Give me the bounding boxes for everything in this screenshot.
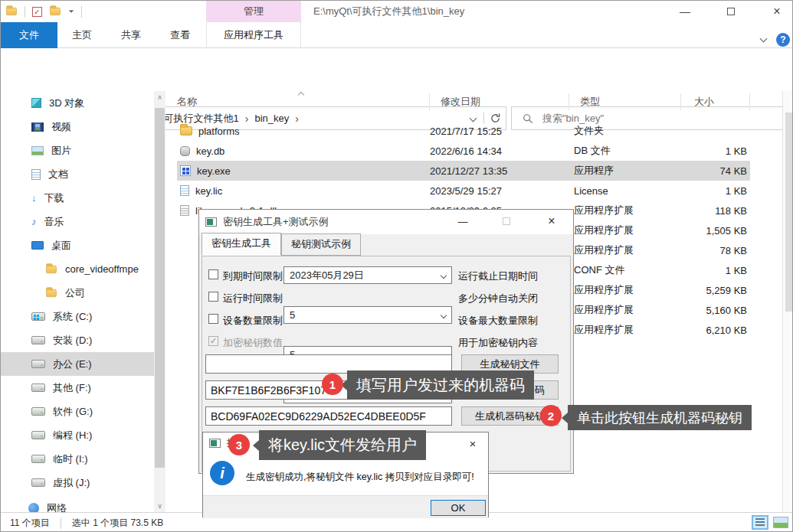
view-switcher	[752, 515, 788, 530]
thumbnail-view-icon[interactable]	[773, 517, 788, 528]
file-type: License	[569, 185, 681, 197]
scroll-up-icon[interactable]: ∧	[154, 91, 165, 103]
info-icon: i	[210, 461, 234, 485]
sidebar-item-3d-objects[interactable]: 3D 对象	[1, 91, 154, 115]
properties-icon[interactable]: ✓	[32, 7, 42, 17]
address-row: ← → ↑ « myQt › 可执行文件其他1 › bin_key › 搜索"b…	[1, 48, 793, 86]
tab-file[interactable]: 文件	[1, 22, 57, 48]
app-icon	[209, 439, 221, 448]
file-name: key.exe	[197, 165, 231, 177]
minimize-button[interactable]: —	[669, 1, 701, 22]
file-type: 应用程序扩展	[569, 204, 681, 217]
manage-contextual-label[interactable]: 管理	[206, 1, 301, 22]
close-button[interactable]: ×	[761, 1, 793, 22]
sidebar-item-drive-f[interactable]: 其他 (F:)	[1, 376, 154, 400]
desktop-icon	[31, 241, 44, 250]
sidebar-item-core-video[interactable]: core_videoffmpe	[1, 257, 154, 281]
expiry-date-combobox[interactable]: 2023年05月29日	[283, 266, 452, 284]
tab-key-test[interactable]: 秘钥测试示例	[281, 233, 361, 256]
sidebar-label: 公司	[65, 286, 85, 300]
file-size: 78 KB	[681, 245, 750, 256]
drive-icon	[31, 336, 45, 344]
file-date: 2021/12/27 13:35	[430, 165, 569, 177]
sidebar-item-drive-e[interactable]: 办公 (E:)	[1, 352, 154, 376]
dll-file-icon	[180, 205, 189, 216]
device-limit-checkbox[interactable]	[208, 314, 218, 324]
dialog-close-button[interactable]: ×	[539, 210, 565, 233]
sidebar-item-music[interactable]: ♪音乐	[1, 210, 154, 233]
dialog-minimize-button[interactable]: —	[450, 210, 476, 233]
sidebar-item-videos[interactable]: 视频	[1, 115, 154, 139]
file-row-platforms[interactable]: platforms 2021/7/17 15:25 文件夹	[177, 121, 750, 141]
sidebar-label: 办公 (E:)	[53, 357, 92, 371]
sidebar-scrollbar[interactable]: ∧ ∨	[154, 91, 165, 512]
maximize-button[interactable]	[715, 1, 747, 22]
file-size: 118 KB	[681, 205, 750, 217]
machine-key-input[interactable]	[205, 406, 452, 426]
tab-view[interactable]: 查看	[156, 22, 205, 48]
music-icon: ♪	[31, 216, 37, 227]
drive-icon	[31, 383, 45, 392]
sidebar-item-documents[interactable]: 文档	[1, 162, 154, 186]
sidebar-item-desktop[interactable]: 桌面	[1, 233, 154, 257]
file-name: key.db	[196, 145, 224, 157]
sidebar-item-company[interactable]: 公司	[1, 281, 154, 305]
window-title: E:\myQt\可执行文件其他1\bin_key	[313, 1, 464, 22]
chevron-down-icon	[441, 272, 447, 278]
file-name: key.lic	[195, 185, 222, 197]
help-icon[interactable]: ?	[776, 33, 790, 47]
scroll-down-icon[interactable]: ∨	[154, 500, 165, 512]
sidebar-item-drive-g[interactable]: 软件 (G:)	[1, 400, 154, 423]
runtime-hint-label: 多少分钟自动关闭	[458, 292, 538, 305]
encrypt-hint-label: 用于加密秘钥内容	[458, 336, 538, 350]
column-header-size[interactable]: 大小	[681, 93, 750, 110]
file-type: 应用程序扩展	[569, 283, 681, 297]
scrollbar-thumb[interactable]	[155, 108, 165, 468]
sidebar-item-downloads[interactable]: ↓下载	[1, 186, 154, 210]
callout-1-tooltip: 填写用户发过来的机器码	[347, 370, 534, 400]
expiry-hint-label: 运行截止日期时间	[458, 269, 538, 283]
tab-key-generator[interactable]: 密钥生成工具	[202, 233, 281, 256]
drive-icon	[31, 455, 45, 463]
tab-share[interactable]: 共享	[106, 22, 156, 48]
sidebar-item-drive-c[interactable]: 系统 (C:)	[1, 305, 154, 328]
file-list-scrollbar[interactable]	[782, 91, 793, 512]
callout-text: 单击此按钮生成机器码秘钥	[577, 409, 742, 427]
tab-home[interactable]: 主页	[57, 22, 106, 48]
drive-icon	[31, 360, 45, 368]
expiry-limit-label: 到期时间限制	[223, 269, 283, 283]
drive-icon	[31, 407, 45, 416]
document-icon	[31, 169, 41, 180]
tab-app-tools[interactable]: 应用程序工具	[206, 22, 301, 48]
sidebar-item-drive-i[interactable]: 临时 (I:)	[1, 447, 154, 471]
folder-icon	[46, 289, 57, 296]
sidebar-item-drive-d[interactable]: 安装 (D:)	[1, 328, 154, 352]
sidebar-item-pictures[interactable]: 图片	[1, 139, 154, 162]
file-row-keylic[interactable]: key.lic 2023/5/29 15:27 License 1 KB	[177, 181, 750, 201]
drive-icon	[31, 431, 45, 439]
drive-icon	[31, 478, 45, 487]
file-date: 2021/7/17 15:25	[430, 126, 569, 137]
runtime-minutes-combobox[interactable]: 5	[283, 306, 452, 324]
file-type: 文件夹	[569, 124, 681, 138]
expiry-limit-checkbox[interactable]	[208, 269, 218, 279]
column-header-name[interactable]: 名称	[166, 93, 430, 110]
sidebar-item-drive-h[interactable]: 编程 (H:)	[1, 423, 154, 447]
scrollbar-thumb[interactable]	[785, 113, 793, 312]
runtime-limit-checkbox[interactable]	[208, 292, 218, 302]
file-size: 5,259 KB	[681, 285, 750, 296]
divider	[81, 6, 82, 18]
sidebar-item-drive-j[interactable]: 虚拟 (J:)	[1, 471, 154, 494]
file-size: 74 KB	[681, 165, 750, 177]
column-header-type[interactable]: 类型	[569, 93, 681, 110]
file-row-keyexe-selected[interactable]: key.exe 2021/12/27 13:35 应用程序 74 KB	[177, 161, 750, 181]
sidebar-label: 编程 (H:)	[53, 429, 92, 442]
file-row-keydb[interactable]: key.db 2022/6/16 14:34 DB 文件 1 KB	[177, 141, 750, 161]
new-folder-icon[interactable]	[50, 8, 61, 15]
msgbox-close-button[interactable]: ×	[457, 432, 488, 454]
column-header-date[interactable]: 修改日期	[430, 93, 569, 110]
folder-icon	[46, 265, 57, 273]
ok-button[interactable]: OK	[431, 500, 486, 516]
customize-qat-icon[interactable]	[69, 10, 74, 12]
details-view-icon[interactable]	[752, 515, 768, 530]
